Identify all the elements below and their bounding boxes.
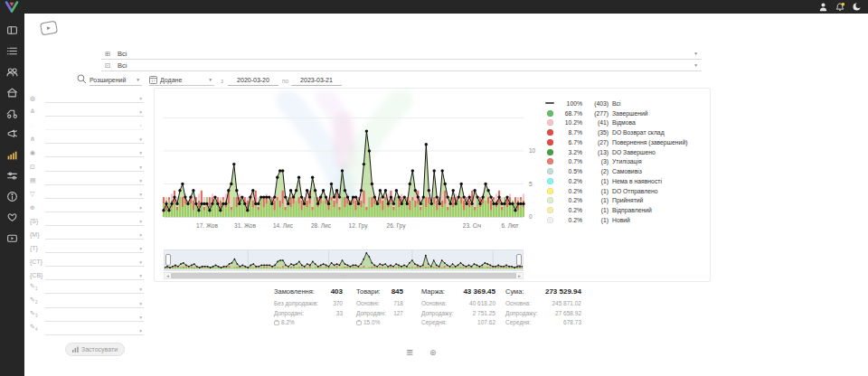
orders-icon	[6, 45, 18, 57]
legend-item[interactable]: 0.2%(1)Прийнятий	[545, 196, 708, 206]
legend-percent: 8.7%	[558, 129, 582, 136]
horizontal-scrollbar[interactable]: ◂ ··· ▸	[164, 272, 524, 279]
legend-count: (1)	[586, 207, 609, 213]
date-type-select[interactable]: 17 Додане ▾	[149, 74, 214, 86]
chevron-down-icon: ▾	[139, 232, 142, 238]
legend-percent: 0.5%	[558, 168, 582, 174]
sidebar-item-video-tutorials[interactable]	[0, 228, 24, 249]
legend-item[interactable]: 8.7%(35)DO Возврат склад	[545, 127, 708, 137]
minimap-left-handle[interactable]	[165, 254, 171, 266]
legend-item[interactable]: 10.2%(41)Відмова	[545, 118, 708, 128]
date-from-input[interactable]: 2020-03-20	[228, 74, 278, 86]
upsell-share-badge: 15.0%	[356, 319, 403, 325]
scroll-left-arrow[interactable]: ◂	[165, 273, 171, 278]
marketing-icon	[6, 128, 18, 140]
filter-size-sv-select[interactable]: ▾	[45, 269, 144, 280]
legend-label: Нема в наявності	[612, 178, 662, 184]
chevron-down-icon: ▾	[139, 164, 142, 170]
filter-size-st-select[interactable]: ▾	[45, 256, 144, 267]
chevron-down-icon: ▾	[139, 96, 142, 101]
sidebar-item-support[interactable]	[0, 207, 24, 228]
bag-icon	[356, 319, 362, 325]
legend-swatch	[545, 119, 554, 126]
filter-status-select[interactable]: ▾	[45, 119, 144, 130]
legend-item[interactable]: 0.7%(3)Утилізація	[545, 157, 708, 167]
scrollbar-thumb[interactable]: ···	[171, 273, 516, 278]
upsell-share-badge: 8.2%	[274, 319, 343, 325]
sidebar-item-dashboard[interactable]	[0, 20, 24, 41]
legend-item[interactable]: 3.2%(13)DO Завершено	[545, 147, 708, 157]
minimap-right-handle[interactable]	[516, 254, 522, 266]
legend-item[interactable]: 68.7%(277)Завершений	[545, 108, 708, 118]
sidebar-item-analytics[interactable]	[0, 145, 24, 165]
filter-structure-select[interactable]: ▾	[45, 133, 144, 144]
source-icon: ◍	[30, 93, 45, 103]
filter-funnel-select[interactable]: ▾	[45, 188, 144, 199]
structure-icon: ⋔	[30, 134, 45, 144]
filter-region-select[interactable]: ▾	[45, 202, 144, 212]
date-from-label: з	[221, 78, 223, 84]
filter-row-funnel: ▽▾	[30, 186, 144, 199]
filter-row-size-m: {M}▾	[30, 227, 144, 240]
stat-title: Замовлення:403	[274, 287, 343, 299]
apply-button[interactable]: Застосувати	[65, 343, 125, 356]
filter-level-select[interactable]: ▾	[45, 106, 144, 117]
legend-percent: 0.2%	[558, 188, 582, 194]
search-icon[interactable]	[77, 74, 87, 84]
chevron-down-icon: ▾	[139, 192, 142, 197]
legend-item[interactable]: 100%(403)Всі	[545, 99, 708, 108]
filter-size-m-select[interactable]: ▾	[45, 229, 144, 240]
sidebar-item-customers[interactable]	[0, 61, 24, 82]
chevron-down-icon: ▾	[139, 136, 142, 142]
level-icon: ≙	[30, 107, 45, 117]
category-filter[interactable]: ⊞ Всі ▾	[101, 48, 702, 60]
stat-subrow: Без допродажів:370	[274, 299, 343, 309]
chevron-down-icon: ▾	[694, 62, 697, 68]
product-filter[interactable]: ⊡ Всі ▾	[101, 60, 702, 71]
product-icon: ⊡	[30, 162, 45, 172]
user-icon[interactable]	[819, 3, 827, 12]
sidebar-item-marketing[interactable]	[0, 124, 24, 145]
filter-row-source: ◍▾	[30, 90, 144, 103]
date-to-input[interactable]: 2023-03-21	[291, 74, 342, 86]
legend-item[interactable]: 0.5%(2)Самовивіз	[545, 166, 708, 176]
legend-item[interactable]: 0.2%(1)Нема в наявності	[545, 176, 708, 186]
products-view-icon[interactable]: ⊛	[429, 348, 437, 357]
stat-subrow: Основна:40 618.20	[421, 299, 495, 309]
chevron-down-icon: ▾	[139, 123, 142, 128]
legend-swatch	[545, 129, 554, 136]
chart-minimap[interactable]	[164, 249, 524, 271]
stat-value: 845	[392, 287, 403, 296]
calendar-icon: 17	[149, 76, 157, 84]
table-view-icon[interactable]: ≣	[406, 347, 413, 357]
legend-item[interactable]: 0.2%(1)DO Отправлено	[545, 186, 708, 196]
date-to-label: по	[282, 78, 288, 84]
filter-product-select[interactable]: ▾	[45, 161, 144, 172]
legend-label: DO Завершено	[612, 149, 656, 155]
filter-source-select[interactable]: ▾	[45, 92, 144, 103]
sidebar-item-integrations[interactable]	[0, 165, 24, 186]
search-mode-select[interactable]: Розширений ▾	[90, 74, 142, 86]
filter-manager-select[interactable]: ▾	[45, 146, 144, 157]
legend-swatch	[545, 168, 554, 174]
filter-payment-select[interactable]: ▾	[45, 174, 144, 185]
legend-count: (1)	[586, 197, 609, 203]
legend-item[interactable]: 0.2%(1)Відправлений	[545, 205, 708, 215]
sidebar-item-store[interactable]	[0, 82, 24, 103]
theme-icon[interactable]	[853, 3, 861, 11]
sidebar-item-info[interactable]	[0, 186, 24, 207]
stat-title: Сума:273 529.94	[505, 287, 581, 299]
scroll-right-arrow[interactable]: ▸	[516, 273, 523, 278]
manager-icon: ◉	[30, 147, 45, 157]
legend-swatch	[545, 178, 554, 184]
sidebar-item-delivery[interactable]	[0, 103, 24, 124]
legend-item[interactable]: 6.7%(27)Повернення (завершений)	[545, 137, 708, 147]
analytics-icon	[6, 149, 18, 161]
sales-tag-icon[interactable]	[40, 21, 58, 36]
filter-size-t-select[interactable]: ▾	[45, 242, 144, 253]
bell-icon[interactable]	[835, 3, 844, 12]
legend-swatch	[545, 110, 554, 117]
filter-size-s-select[interactable]: ▾	[45, 215, 144, 226]
sidebar-item-orders[interactable]	[0, 41, 24, 61]
legend-item[interactable]: 0.2%(1)Новий	[545, 215, 708, 225]
